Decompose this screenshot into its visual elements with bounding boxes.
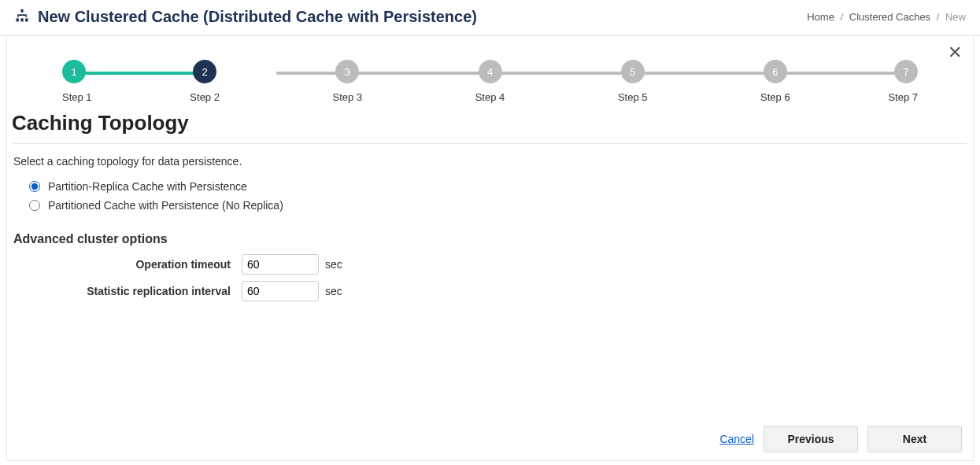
step-label: Step 5 xyxy=(618,91,648,103)
stat-replication-unit: sec xyxy=(325,285,342,297)
section-title: Caching Topology xyxy=(7,103,973,143)
step-connector xyxy=(490,72,633,75)
step-2[interactable]: 2 Step 2 xyxy=(134,60,276,103)
breadcrumb-sep: / xyxy=(841,11,844,23)
operation-timeout-unit: sec xyxy=(325,258,342,271)
breadcrumb-sep: / xyxy=(937,11,940,23)
radio-input-partition-replica[interactable] xyxy=(29,181,40,192)
radio-partition-replica[interactable]: Partition-Replica Cache with Persistence xyxy=(29,180,967,193)
sitemap-icon xyxy=(14,8,30,26)
step-circle: 7 xyxy=(894,60,918,83)
step-1[interactable]: 1 Step 1 xyxy=(62,60,134,103)
header-left: New Clustered Cache (Distributed Cache w… xyxy=(14,8,477,26)
step-6: 6 Step 6 xyxy=(704,60,846,103)
radio-partitioned-no-replica[interactable]: Partitioned Cache with Persistence (No R… xyxy=(29,199,967,212)
step-circle: 4 xyxy=(479,60,502,83)
topology-radio-group: Partition-Replica Cache with Persistence… xyxy=(7,180,973,226)
divider xyxy=(13,143,967,144)
step-circle: 6 xyxy=(764,60,787,83)
breadcrumb-clustered-caches[interactable]: Clustered Caches xyxy=(849,11,930,23)
step-label: Step 6 xyxy=(760,91,790,103)
step-connector xyxy=(775,72,906,75)
step-4: 4 Step 4 xyxy=(419,60,561,103)
step-connector xyxy=(347,72,490,75)
header-bar: New Clustered Cache (Distributed Cache w… xyxy=(0,0,980,36)
operation-timeout-input[interactable] xyxy=(242,254,319,275)
cancel-link[interactable]: Cancel xyxy=(719,433,754,445)
breadcrumb-home[interactable]: Home xyxy=(807,11,834,23)
next-button[interactable]: Next xyxy=(867,426,962,452)
radio-label: Partition-Replica Cache with Persistence xyxy=(48,180,247,193)
step-connector xyxy=(633,72,775,75)
step-3: 3 Step 3 xyxy=(276,60,419,103)
wizard-body: ✕ 1 Step 1 2 Step 2 3 Step 3 4 Step 4 5 … xyxy=(6,36,974,461)
stat-replication-input[interactable] xyxy=(242,281,319,301)
step-5: 5 Step 5 xyxy=(561,60,704,103)
breadcrumb: Home / Clustered Caches / New xyxy=(807,11,966,23)
breadcrumb-current: New xyxy=(945,11,966,23)
stepper: 1 Step 1 2 Step 2 3 Step 3 4 Step 4 5 St… xyxy=(7,36,973,103)
step-label: Step 2 xyxy=(190,91,220,103)
operation-timeout-label: Operation timeout xyxy=(13,258,242,271)
radio-label: Partitioned Cache with Persistence (No R… xyxy=(48,199,283,212)
page-title: New Clustered Cache (Distributed Cache w… xyxy=(38,8,477,26)
step-label: Step 4 xyxy=(475,91,505,103)
advanced-options-title: Advanced cluster options xyxy=(7,226,973,251)
stat-replication-label: Statistic replication interval xyxy=(13,285,242,297)
step-circle: 2 xyxy=(193,60,216,83)
step-label: Step 7 xyxy=(888,91,918,103)
instruction-text: Select a caching topology for data persi… xyxy=(7,155,973,180)
radio-input-partitioned-no-replica[interactable] xyxy=(29,200,40,211)
form-row-operation-timeout: Operation timeout sec xyxy=(7,251,973,278)
previous-button[interactable]: Previous xyxy=(764,426,858,452)
form-row-stat-replication: Statistic replication interval sec xyxy=(7,278,973,304)
step-circle: 1 xyxy=(62,60,86,83)
step-circle: 3 xyxy=(335,60,359,83)
step-label: Step 1 xyxy=(62,91,92,103)
step-7: 7 Step 7 xyxy=(846,60,918,103)
step-label: Step 3 xyxy=(333,91,363,103)
step-connector xyxy=(74,72,205,75)
wizard-footer: Cancel Previous Next xyxy=(719,426,962,452)
step-circle: 5 xyxy=(621,60,645,83)
